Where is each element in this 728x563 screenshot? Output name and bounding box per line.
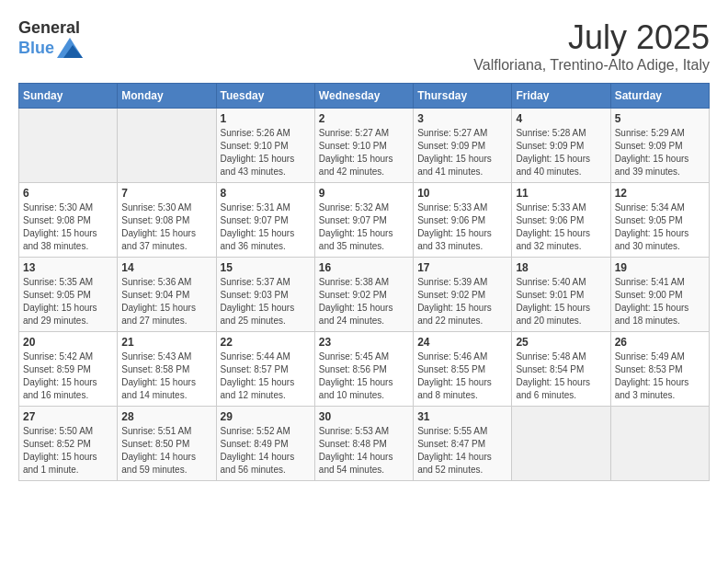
calendar-cell: 27Sunrise: 5:50 AMSunset: 8:52 PMDayligh… bbox=[19, 407, 118, 481]
day-info: Sunrise: 5:45 AMSunset: 8:56 PMDaylight:… bbox=[319, 350, 409, 402]
day-number: 27 bbox=[23, 410, 113, 423]
day-info: Sunrise: 5:30 AMSunset: 9:08 PMDaylight:… bbox=[23, 201, 113, 253]
day-number: 6 bbox=[23, 187, 113, 200]
day-info: Sunrise: 5:51 AMSunset: 8:50 PMDaylight:… bbox=[121, 425, 211, 477]
day-info: Sunrise: 5:40 AMSunset: 9:01 PMDaylight:… bbox=[516, 276, 606, 327]
calendar-cell: 19Sunrise: 5:41 AMSunset: 9:00 PMDayligh… bbox=[610, 258, 709, 332]
header-cell-thursday: Thursday bbox=[414, 84, 512, 109]
header-cell-tuesday: Tuesday bbox=[216, 84, 314, 109]
calendar-cell: 29Sunrise: 5:52 AMSunset: 8:49 PMDayligh… bbox=[216, 407, 314, 481]
header-cell-wednesday: Wednesday bbox=[314, 84, 413, 109]
day-number: 30 bbox=[319, 410, 409, 423]
day-info: Sunrise: 5:27 AMSunset: 9:09 PMDaylight:… bbox=[417, 127, 507, 178]
calendar-cell: 2Sunrise: 5:27 AMSunset: 9:10 PMDaylight… bbox=[314, 109, 413, 183]
calendar-cell: 23Sunrise: 5:45 AMSunset: 8:56 PMDayligh… bbox=[314, 332, 413, 407]
day-info: Sunrise: 5:43 AMSunset: 8:58 PMDaylight:… bbox=[121, 350, 211, 402]
calendar-cell: 25Sunrise: 5:48 AMSunset: 8:54 PMDayligh… bbox=[512, 332, 610, 407]
day-info: Sunrise: 5:48 AMSunset: 8:54 PMDaylight:… bbox=[516, 350, 606, 402]
day-number: 23 bbox=[319, 336, 409, 349]
calendar-cell bbox=[19, 109, 118, 183]
day-number: 1 bbox=[221, 112, 311, 125]
day-number: 11 bbox=[516, 187, 606, 200]
header-cell-monday: Monday bbox=[118, 84, 216, 109]
calendar-cell: 31Sunrise: 5:55 AMSunset: 8:47 PMDayligh… bbox=[414, 407, 512, 481]
calendar-cell: 20Sunrise: 5:42 AMSunset: 8:59 PMDayligh… bbox=[19, 332, 118, 407]
day-number: 14 bbox=[121, 261, 211, 274]
calendar-cell: 1Sunrise: 5:26 AMSunset: 9:10 PMDaylight… bbox=[216, 109, 314, 183]
header-cell-sunday: Sunday bbox=[19, 84, 118, 109]
day-number: 5 bbox=[615, 112, 705, 125]
day-info: Sunrise: 5:41 AMSunset: 9:00 PMDaylight:… bbox=[615, 276, 705, 327]
calendar-cell bbox=[118, 109, 216, 183]
calendar-cell: 14Sunrise: 5:36 AMSunset: 9:04 PMDayligh… bbox=[118, 258, 216, 332]
day-number: 2 bbox=[319, 112, 409, 125]
day-info: Sunrise: 5:49 AMSunset: 8:53 PMDaylight:… bbox=[615, 350, 705, 402]
day-info: Sunrise: 5:34 AMSunset: 9:05 PMDaylight:… bbox=[615, 201, 705, 253]
title-block: July 2025 Valfloriana, Trentino-Alto Adi… bbox=[473, 18, 710, 74]
calendar-cell: 17Sunrise: 5:39 AMSunset: 9:02 PMDayligh… bbox=[414, 258, 512, 332]
day-info: Sunrise: 5:32 AMSunset: 9:07 PMDaylight:… bbox=[319, 201, 409, 253]
calendar-header: SundayMondayTuesdayWednesdayThursdayFrid… bbox=[19, 84, 710, 109]
calendar-cell: 13Sunrise: 5:35 AMSunset: 9:05 PMDayligh… bbox=[19, 258, 118, 332]
calendar-cell: 3Sunrise: 5:27 AMSunset: 9:09 PMDaylight… bbox=[414, 109, 512, 183]
day-number: 13 bbox=[23, 261, 113, 274]
calendar-cell: 16Sunrise: 5:38 AMSunset: 9:02 PMDayligh… bbox=[314, 258, 413, 332]
day-info: Sunrise: 5:28 AMSunset: 9:09 PMDaylight:… bbox=[516, 127, 606, 178]
calendar-cell: 4Sunrise: 5:28 AMSunset: 9:09 PMDaylight… bbox=[512, 109, 610, 183]
calendar-cell: 11Sunrise: 5:33 AMSunset: 9:06 PMDayligh… bbox=[512, 183, 610, 258]
day-info: Sunrise: 5:29 AMSunset: 9:09 PMDaylight:… bbox=[615, 127, 705, 178]
day-info: Sunrise: 5:30 AMSunset: 9:08 PMDaylight:… bbox=[121, 201, 211, 253]
day-number: 24 bbox=[417, 336, 507, 349]
day-info: Sunrise: 5:27 AMSunset: 9:10 PMDaylight:… bbox=[319, 127, 409, 178]
logo-general: General bbox=[18, 18, 80, 37]
header-cell-friday: Friday bbox=[512, 84, 610, 109]
day-info: Sunrise: 5:44 AMSunset: 8:57 PMDaylight:… bbox=[221, 350, 311, 402]
day-number: 9 bbox=[319, 187, 409, 200]
day-number: 19 bbox=[615, 261, 705, 274]
day-info: Sunrise: 5:26 AMSunset: 9:10 PMDaylight:… bbox=[221, 127, 311, 178]
logo-icon bbox=[57, 38, 83, 58]
calendar-cell: 28Sunrise: 5:51 AMSunset: 8:50 PMDayligh… bbox=[118, 407, 216, 481]
day-number: 16 bbox=[319, 261, 409, 274]
calendar-cell bbox=[512, 407, 610, 481]
day-number: 7 bbox=[121, 187, 211, 200]
logo-blue: Blue bbox=[18, 39, 54, 58]
calendar-cell: 8Sunrise: 5:31 AMSunset: 9:07 PMDaylight… bbox=[216, 183, 314, 258]
day-number: 26 bbox=[615, 336, 705, 349]
day-info: Sunrise: 5:33 AMSunset: 9:06 PMDaylight:… bbox=[417, 201, 507, 253]
subtitle: Valfloriana, Trentino-Alto Adige, Italy bbox=[473, 57, 710, 74]
day-info: Sunrise: 5:35 AMSunset: 9:05 PMDaylight:… bbox=[23, 276, 113, 327]
calendar-week-1: 1Sunrise: 5:26 AMSunset: 9:10 PMDaylight… bbox=[19, 109, 710, 183]
day-number: 20 bbox=[23, 336, 113, 349]
calendar-week-2: 6Sunrise: 5:30 AMSunset: 9:08 PMDaylight… bbox=[19, 183, 710, 258]
main-title: July 2025 bbox=[473, 18, 710, 57]
calendar-week-5: 27Sunrise: 5:50 AMSunset: 8:52 PMDayligh… bbox=[19, 407, 710, 481]
calendar-cell: 30Sunrise: 5:53 AMSunset: 8:48 PMDayligh… bbox=[314, 407, 413, 481]
day-number: 31 bbox=[417, 410, 507, 423]
calendar-body: 1Sunrise: 5:26 AMSunset: 9:10 PMDaylight… bbox=[19, 109, 710, 481]
calendar-cell bbox=[610, 407, 709, 481]
day-number: 22 bbox=[221, 336, 311, 349]
day-number: 21 bbox=[121, 336, 211, 349]
header-row: SundayMondayTuesdayWednesdayThursdayFrid… bbox=[19, 84, 710, 109]
day-number: 3 bbox=[417, 112, 507, 125]
header-cell-saturday: Saturday bbox=[610, 84, 709, 109]
calendar-cell: 10Sunrise: 5:33 AMSunset: 9:06 PMDayligh… bbox=[414, 183, 512, 258]
day-info: Sunrise: 5:53 AMSunset: 8:48 PMDaylight:… bbox=[319, 425, 409, 477]
calendar-cell: 18Sunrise: 5:40 AMSunset: 9:01 PMDayligh… bbox=[512, 258, 610, 332]
day-number: 17 bbox=[417, 261, 507, 274]
logo-text: General Blue bbox=[18, 18, 83, 58]
calendar-cell: 9Sunrise: 5:32 AMSunset: 9:07 PMDaylight… bbox=[314, 183, 413, 258]
calendar-week-3: 13Sunrise: 5:35 AMSunset: 9:05 PMDayligh… bbox=[19, 258, 710, 332]
day-info: Sunrise: 5:42 AMSunset: 8:59 PMDaylight:… bbox=[23, 350, 113, 402]
day-number: 28 bbox=[121, 410, 211, 423]
day-info: Sunrise: 5:52 AMSunset: 8:49 PMDaylight:… bbox=[221, 425, 311, 477]
day-number: 25 bbox=[516, 336, 606, 349]
calendar-cell: 12Sunrise: 5:34 AMSunset: 9:05 PMDayligh… bbox=[610, 183, 709, 258]
day-number: 8 bbox=[221, 187, 311, 200]
calendar-week-4: 20Sunrise: 5:42 AMSunset: 8:59 PMDayligh… bbox=[19, 332, 710, 407]
day-info: Sunrise: 5:33 AMSunset: 9:06 PMDaylight:… bbox=[516, 201, 606, 253]
day-info: Sunrise: 5:50 AMSunset: 8:52 PMDaylight:… bbox=[23, 425, 113, 477]
day-info: Sunrise: 5:36 AMSunset: 9:04 PMDaylight:… bbox=[121, 276, 211, 327]
calendar-cell: 24Sunrise: 5:46 AMSunset: 8:55 PMDayligh… bbox=[414, 332, 512, 407]
